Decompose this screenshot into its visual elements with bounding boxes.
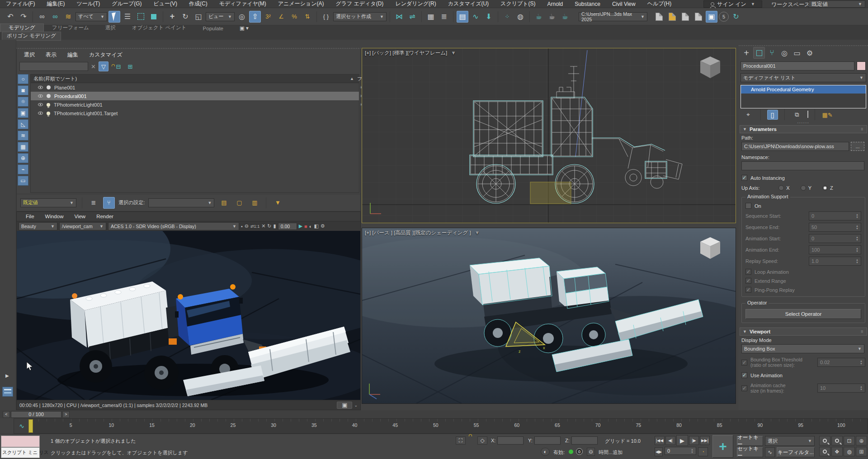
path-field[interactable]: C:\Users\JPN\Downloads\snow-plow.ass (741, 142, 849, 151)
auto-instancing-checkbox[interactable]: ✓ (741, 175, 747, 181)
animation-option-checkbox[interactable]: ✓ (745, 269, 751, 275)
zoom-region-icon[interactable] (819, 447, 830, 456)
default-tangents-icon[interactable]: ∿ (765, 447, 775, 457)
prev-frame-button[interactable]: < (3, 411, 10, 418)
tab-utilities-icon[interactable]: ⚙ (804, 47, 816, 59)
menu-item[interactable]: ビュー(V) (148, 0, 184, 8)
viewport-settings-icon[interactable]: ▼ (475, 230, 480, 235)
tab-populate[interactable]: Populate (195, 25, 231, 32)
percent-snap-icon[interactable]: % (288, 11, 300, 23)
chevron-down-icon[interactable]: ⌄ (354, 403, 358, 407)
renderview-menu-item[interactable]: View (69, 214, 91, 219)
visibility-eye-icon[interactable] (38, 103, 43, 106)
spinner-arrows-icon[interactable]: ▲▼ (856, 236, 859, 241)
spinner-field[interactable]: 1.0▲▼ (809, 257, 861, 266)
frame-display[interactable]: 0 / 100 (11, 411, 61, 418)
transform-gizmo-icon[interactable]: ◇ (477, 436, 487, 445)
ribbon-minimize-button[interactable]: ▣ ▾ (231, 24, 257, 32)
add-create-key-button[interactable]: + (712, 435, 733, 458)
animation-on-checkbox[interactable]: ✓ (745, 203, 751, 209)
angle-snap-icon[interactable]: ∠ (275, 11, 287, 23)
modifier-list-dropdown[interactable]: モディファイヤ リスト▼ (741, 73, 866, 82)
next-frame-button[interactable]: |▶ (689, 436, 699, 445)
visibility-eye-icon[interactable] (38, 86, 43, 89)
camera-dropdown[interactable]: /viewport_cam▼ (59, 222, 106, 230)
select-and-place-icon[interactable]: ⇧ (249, 11, 261, 23)
window-crossing-icon[interactable] (148, 11, 160, 23)
explorer-row-light001[interactable]: TPhotometricLight001✳ (31, 100, 359, 109)
selection-settings-dropdown[interactable]: ▼ (148, 198, 214, 207)
clear-search-icon[interactable]: ✕ (91, 63, 96, 70)
menu-item[interactable]: カスタマイズ(U) (442, 0, 495, 8)
maximize-viewport-icon[interactable]: ⊞ (856, 447, 867, 456)
spinner-field[interactable]: 50▲▼ (809, 223, 861, 232)
undo-icon[interactable]: ↶ (5, 11, 16, 23)
collapse-tree-icon[interactable]: ⊞ (126, 61, 135, 72)
key-filters-button[interactable]: キーフィルタ... (777, 447, 815, 457)
schematic-view-icon[interactable]: ⬇ (483, 11, 495, 23)
use-animation-checkbox[interactable]: ✓ (741, 372, 747, 378)
visibility-eye-icon[interactable] (38, 112, 43, 115)
scene-explorer-toggle-icon[interactable]: ▤ (457, 11, 468, 23)
animation-option-checkbox[interactable]: ✓ (745, 278, 751, 284)
menu-item[interactable]: アニメーション(A) (272, 0, 330, 8)
menu-item[interactable]: ヘルプ(H) (642, 0, 678, 8)
set-key-button[interactable]: セットキー (737, 447, 763, 457)
open-mini-curve-editor-icon[interactable]: ∿ (14, 418, 30, 434)
explorer-menu-item[interactable]: 編集 (62, 51, 84, 59)
explorer-row-light001-target[interactable]: TPhotometricLight001.Target (31, 109, 359, 117)
tab-modify-icon[interactable] (753, 47, 765, 59)
parameters-rollout-header[interactable]: ▼ Parameters⠿ (740, 125, 867, 133)
configure-modifier-sets-icon[interactable]: ▦✎ (821, 109, 833, 121)
go-to-start-button[interactable]: |◀◀ (655, 436, 665, 445)
spinner-arrows-icon[interactable]: ▲▼ (856, 214, 859, 219)
new-scene-script-icon[interactable] (653, 11, 665, 23)
edit-selection-icon[interactable]: ▥ (249, 197, 260, 209)
sync-icon[interactable]: ↻ (730, 11, 742, 23)
spinner-arrows-icon[interactable]: ▲▼ (856, 248, 859, 253)
selection-filter-dropdown[interactable]: すべて▼ (75, 12, 107, 21)
filter-containers-icon[interactable]: ▭ (18, 176, 28, 186)
tab-hierarchy-icon[interactable]: ⑂ (766, 47, 778, 59)
filter-bones-icon[interactable]: ⌁ (18, 164, 28, 174)
viewport-layout-tab-icon[interactable] (2, 387, 13, 397)
menu-item[interactable]: Civil View (606, 1, 642, 7)
renderview-menu-item[interactable]: Render (91, 214, 119, 219)
aov-dropdown[interactable]: Beauty▼ (19, 222, 57, 230)
spinner-field[interactable]: 100▲▼ (809, 245, 861, 254)
render-setup-icon[interactable]: ☕ (533, 11, 545, 23)
redo-icon[interactable]: ↷ (18, 11, 29, 23)
explorer-menu-item[interactable]: 表示 (40, 51, 62, 59)
compare-icon[interactable]: ⊖ (245, 223, 249, 229)
tab-freeform[interactable]: フリーフォーム (44, 24, 97, 32)
display-hierarchy-icon[interactable]: ⑂ (103, 197, 115, 209)
pick-selection-icon[interactable]: ▢ (233, 197, 245, 209)
filter-lights-icon[interactable]: ⌾ (18, 97, 28, 107)
anim-cache-field[interactable]: 10▲▼ (817, 384, 865, 393)
play-button[interactable]: ▶ (676, 435, 688, 446)
settings-gear-icon[interactable]: ⚙ (321, 223, 325, 229)
audio-icon[interactable]: ◧ (314, 223, 318, 229)
previous-frame-button[interactable]: ◀| (665, 436, 675, 445)
namespace-field[interactable] (741, 161, 864, 170)
render-production-icon[interactable]: ☕ (559, 11, 571, 23)
tab-create-icon[interactable]: + (741, 47, 752, 59)
zoom-1to1-icon[interactable]: ⇄1:1 (250, 224, 259, 229)
menu-item[interactable]: 作成(C) (183, 0, 213, 8)
spinner-snap-icon[interactable]: ⇅ (302, 11, 313, 23)
orbit-icon[interactable]: ◍ (844, 447, 855, 456)
expand-tree-icon[interactable]: ⊟ (114, 61, 123, 72)
browse-button[interactable]: ... (851, 142, 864, 151)
filter-all-icon[interactable]: ○ (18, 74, 28, 84)
viewport-back-wireframe[interactable]: [+] [バック] [標準 ][ワイヤフレーム]▼ (362, 48, 736, 223)
time-slider-handle[interactable] (28, 419, 33, 433)
menu-item[interactable]: Arnold (542, 1, 569, 7)
explorer-preset-dropdown[interactable]: 既定値▼ (20, 198, 76, 207)
curve-editor-icon[interactable]: ∿ (470, 11, 481, 23)
zoom-all-icon[interactable] (831, 436, 843, 445)
mirror-icon[interactable]: ⋈ (393, 11, 405, 23)
time-tag-icon[interactable]: ⊖ (587, 448, 595, 456)
bbox-threshold-checkbox[interactable]: ✓ (741, 360, 747, 365)
stack-item-arnold-procedural[interactable]: Arnold Procedural Geometry (741, 85, 866, 94)
select-operator-button[interactable]: Select Operator (745, 309, 861, 319)
